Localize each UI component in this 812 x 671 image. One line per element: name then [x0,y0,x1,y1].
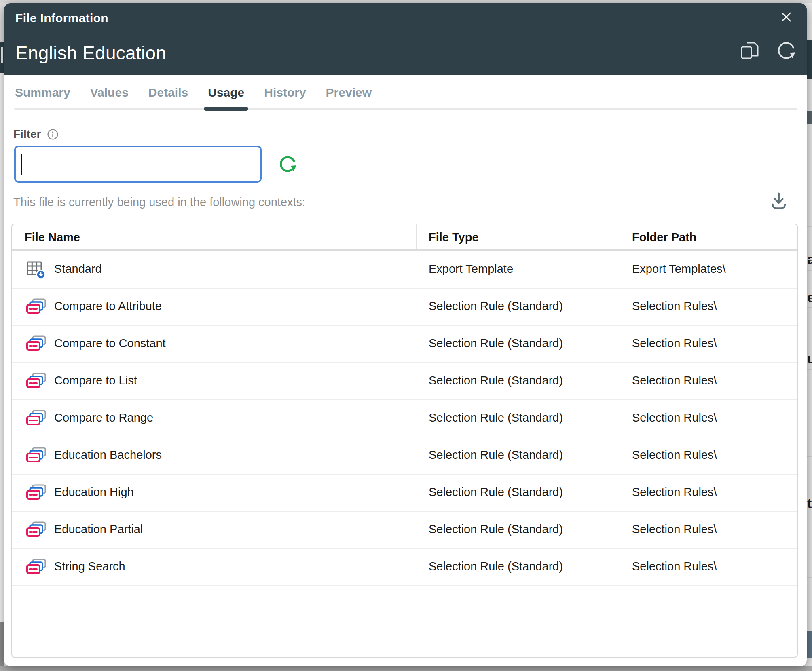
column-header-file-name: File Name [25,231,80,244]
usage-table: File NameFile TypeFolder Path Standard E… [11,224,798,658]
table-row[interactable]: Standard Export Template Export Template… [12,251,797,289]
table-row[interactable]: Compare to List Selection Rule (Standard… [12,363,797,400]
reload-file-button[interactable] [776,40,797,61]
selection-rule-icon [26,521,47,539]
file-name-cell: Compare to Constant [54,337,166,350]
tab-usage[interactable]: Usage [207,86,245,110]
background-row-line [807,307,812,308]
column-header-folder-path: Folder Path [632,231,697,244]
download-icon [768,209,790,215]
background-letter-fragment: u [807,351,812,367]
copy-file-icon [739,57,760,63]
table-row[interactable]: Compare to Constant Selection Rule (Stan… [12,326,797,363]
filter-info-button[interactable] [47,128,59,141]
tab-preview[interactable]: Preview [325,86,372,110]
selection-rule-icon [26,521,47,539]
tab-values[interactable]: Values [89,86,129,110]
column-divider [740,224,740,249]
table-row[interactable]: Compare to Range Selection Rule (Standar… [12,400,797,437]
close-icon [777,21,795,27]
selection-rule-icon [26,298,47,316]
filter-row: Filter [13,128,59,141]
tab-summary[interactable]: Summary [14,86,71,110]
export-template-icon [26,261,47,279]
background-right-mid-band [807,111,812,124]
table-row[interactable]: String Search Selection Rule (Standard) … [12,549,797,586]
background-left-letter-fragment [1,47,3,63]
selection-rule-icon [26,298,47,316]
file-name-cell: Compare to Attribute [54,300,162,313]
tab-details[interactable]: Details [148,86,189,110]
table-header-row: File NameFile TypeFolder Path [12,224,797,249]
selection-rule-icon [26,372,47,390]
table-row[interactable]: Education Partial Selection Rule (Standa… [12,512,797,549]
background-letter-fragment: a [807,251,812,267]
file-title: English Education [15,42,166,64]
file-type-cell: Selection Rule (Standard) [429,523,563,536]
file-type-cell: Selection Rule (Standard) [429,485,563,499]
background-row-line [807,577,812,578]
close-button[interactable] [777,8,795,26]
background-left-gray-band [0,622,4,666]
selection-rule-icon [26,335,47,353]
file-type-cell: Selection Rule (Standard) [429,448,563,462]
background-right-dark-band [807,40,812,79]
info-icon [47,136,59,142]
copy-file-button[interactable] [739,40,760,61]
screen: aeut File Information English Education [0,0,812,671]
text-caret [21,154,22,175]
background-row-line [807,515,812,515]
background-left-light [0,3,4,42]
tab-history[interactable]: History [263,86,307,110]
file-type-cell: Selection Rule (Standard) [429,374,563,387]
folder-path-cell: Selection Rules\ [632,337,717,350]
filter-label: Filter [13,128,41,141]
column-divider [626,224,626,249]
filter-input[interactable] [14,146,262,183]
table-row[interactable]: Compare to Attribute Selection Rule (Sta… [12,289,797,326]
filter-input-wrap [14,146,262,183]
selection-rule-icon [26,409,47,427]
table-row[interactable]: Education High Selection Rule (Standard)… [12,475,797,512]
folder-path-cell: Selection Rules\ [632,448,717,462]
background-letter-fragment: e [807,289,812,305]
file-information-dialog: File Information English Education [4,3,807,666]
file-name-cell: Compare to Range [54,411,153,424]
folder-path-cell: Selection Rules\ [632,300,717,313]
download-button[interactable] [768,190,790,214]
folder-path-cell: Selection Rules\ [632,411,717,424]
refresh-filter-button[interactable] [277,154,298,175]
selection-rule-icon [26,409,47,427]
background-bottom-bar [0,666,812,671]
file-name-cell: Compare to List [54,374,137,387]
background-right-blue-band [807,631,812,658]
folder-path-cell: Export Templates\ [632,262,726,276]
selection-rule-icon [26,558,47,576]
selection-rule-icon [26,335,47,353]
file-type-cell: Selection Rule (Standard) [429,411,563,424]
folder-path-cell: Selection Rules\ [632,374,717,387]
folder-path-cell: Selection Rules\ [632,485,717,499]
background-row-line [807,426,812,426]
selection-rule-icon [26,447,47,464]
table-body: Standard Export Template Export Template… [12,251,797,586]
file-name-cell: Education High [54,485,134,499]
background-right-strip: aeut [807,3,812,666]
table-row[interactable]: Education Bachelors Selection Rule (Stan… [12,437,797,475]
tab-bar: SummaryValuesDetailsUsageHistoryPreview [14,86,372,110]
selection-rule-icon [26,372,47,390]
background-row-line [807,369,812,370]
refresh-icon [277,170,298,176]
file-name-cell: String Search [54,560,125,573]
selection-rule-icon [26,484,47,502]
background-row-line [807,226,812,227]
selection-rule-icon [26,447,47,464]
dialog-header: File Information English Education [4,3,807,75]
column-divider [416,224,417,249]
file-type-cell: Export Template [429,262,513,276]
reload-file-icon [776,57,797,63]
export-template-icon [26,261,47,279]
file-type-cell: Selection Rule (Standard) [429,337,563,350]
column-header-file-type: File Type [429,231,479,244]
tab-baseline [14,108,797,110]
